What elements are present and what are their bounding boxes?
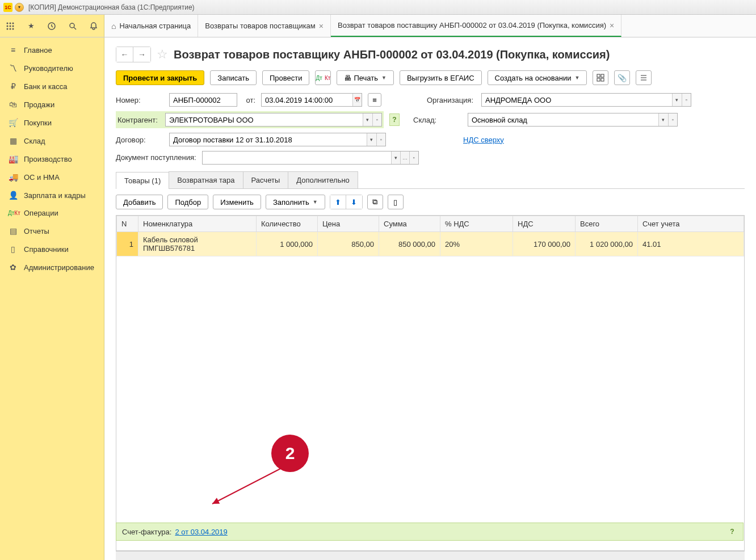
- horizontal-scrollbar[interactable]: [116, 551, 745, 560]
- org-field[interactable]: ▾▫: [481, 93, 691, 107]
- apps-icon[interactable]: [4, 20, 16, 32]
- contragent-field[interactable]: ▾▫: [165, 113, 382, 127]
- print-button[interactable]: 🖶Печать▼: [337, 70, 394, 85]
- date-input[interactable]: [262, 96, 352, 104]
- sidebar-item-bank[interactable]: ₽Банк и касса: [0, 77, 104, 95]
- egais-button[interactable]: Выгрузить в ЕГАИС: [400, 70, 482, 85]
- move-up-button[interactable]: ⬆: [330, 195, 346, 209]
- star-icon[interactable]: ★: [25, 20, 37, 32]
- nav-back-button[interactable]: ←: [116, 47, 133, 62]
- cell-acct[interactable]: 41.01: [638, 232, 744, 256]
- help-button[interactable]: ?: [727, 525, 737, 538]
- invoice-link[interactable]: 2 от 03.04.2019: [175, 528, 227, 536]
- ellipsis-icon[interactable]: …: [400, 151, 409, 164]
- move-down-button[interactable]: ⬇: [346, 195, 362, 209]
- fill-button[interactable]: Заполнить▼: [266, 195, 325, 209]
- col-nomen[interactable]: Номенклатура: [138, 216, 257, 232]
- dropdown-icon[interactable]: ▾: [658, 113, 667, 126]
- cell-n[interactable]: 1: [117, 232, 138, 256]
- cell-vat[interactable]: 170 000,00: [513, 232, 576, 256]
- sidebar-item-hr[interactable]: 👤Зарплата и кадры: [0, 186, 104, 204]
- sidebar-item-manager[interactable]: 〽Руководителю: [0, 59, 104, 77]
- tab-list[interactable]: Возвраты товаров поставщикам ×: [198, 15, 331, 37]
- col-sum[interactable]: Сумма: [379, 216, 440, 232]
- sidebar-item-catalogs[interactable]: ▯Справочники: [0, 240, 104, 258]
- docpost-input[interactable]: [203, 154, 392, 162]
- calendar-icon[interactable]: 📅: [352, 94, 362, 106]
- open-icon[interactable]: ▫: [668, 113, 677, 126]
- dropdown-icon[interactable]: ▾: [363, 113, 372, 126]
- more-button[interactable]: [636, 70, 652, 85]
- copy-button[interactable]: ⧉: [367, 195, 383, 209]
- open-icon[interactable]: ▫: [376, 133, 385, 146]
- close-icon[interactable]: ×: [319, 22, 324, 31]
- edit-button[interactable]: Изменить: [213, 195, 261, 209]
- sidebar-item-purchases[interactable]: 🛒Покупки: [0, 113, 104, 132]
- pick-button[interactable]: Подбор: [167, 195, 208, 209]
- open-icon[interactable]: ▫: [372, 113, 381, 126]
- cell-price[interactable]: 850,00: [318, 232, 379, 256]
- col-price[interactable]: Цена: [318, 216, 379, 232]
- post-and-close-button[interactable]: Провести и закрыть: [116, 70, 204, 85]
- tab-goods[interactable]: Товары (1): [116, 172, 169, 189]
- sidebar-item-warehouse[interactable]: ▦Склад: [0, 132, 104, 150]
- dropdown-icon[interactable]: ▾: [367, 133, 376, 146]
- cell-nomen[interactable]: Кабель силовой ПМГШВ576781: [138, 232, 257, 256]
- app-menu-button[interactable]: ▾: [15, 3, 24, 12]
- save-button[interactable]: Записать: [210, 70, 257, 85]
- tab-extra[interactable]: Дополнительно: [288, 171, 358, 188]
- bell-icon[interactable]: [87, 20, 100, 32]
- nav-forward-button[interactable]: →: [133, 47, 150, 62]
- dogovor-input[interactable]: [170, 136, 367, 144]
- nds-link[interactable]: НДС сверху: [463, 136, 504, 144]
- sidebar-item-assets[interactable]: 🚚ОС и НМА: [0, 168, 104, 186]
- open-icon[interactable]: ▫: [409, 151, 418, 164]
- sklad-input[interactable]: [468, 116, 658, 124]
- dropdown-icon[interactable]: ▾: [391, 151, 400, 164]
- attach-button[interactable]: 📎: [614, 70, 630, 85]
- number-field[interactable]: [169, 93, 237, 107]
- docpost-field[interactable]: ▾…▫: [202, 151, 419, 165]
- cell-qty[interactable]: 1 000,000: [257, 232, 318, 256]
- col-vat[interactable]: НДС: [513, 216, 576, 232]
- create-based-button[interactable]: Создать на основании▼: [488, 70, 587, 85]
- tab-calc[interactable]: Расчеты: [243, 171, 289, 188]
- col-vatp[interactable]: % НДС: [440, 216, 513, 232]
- dropdown-icon[interactable]: ▾: [672, 94, 681, 106]
- post-button[interactable]: Провести: [262, 70, 310, 85]
- col-n[interactable]: N: [117, 216, 138, 232]
- history-icon[interactable]: [45, 20, 58, 32]
- favorite-icon[interactable]: ☆: [157, 47, 168, 62]
- number-input[interactable]: [170, 96, 237, 104]
- sidebar-item-reports[interactable]: ▤Отчеты: [0, 222, 104, 240]
- cell-vatp[interactable]: 20%: [440, 232, 513, 256]
- open-icon[interactable]: ▫: [682, 94, 691, 106]
- search-icon[interactable]: [66, 20, 79, 32]
- close-icon[interactable]: ×: [610, 21, 614, 30]
- date-field[interactable]: 📅: [261, 93, 362, 107]
- col-total[interactable]: Всего: [576, 216, 638, 232]
- col-acct[interactable]: Счет учета: [638, 216, 744, 232]
- sklad-field[interactable]: ▾▫: [468, 113, 678, 127]
- sidebar-item-operations[interactable]: ДтКтОперации: [0, 204, 104, 222]
- contragent-input[interactable]: [166, 116, 363, 124]
- date-extra-button[interactable]: ≡: [368, 93, 381, 107]
- cell-total[interactable]: 1 020 000,00: [576, 232, 638, 256]
- structure-button[interactable]: [593, 70, 608, 85]
- org-input[interactable]: [482, 96, 672, 104]
- help-button[interactable]: ?: [389, 113, 400, 126]
- sidebar-item-sales[interactable]: 🛍Продажи: [0, 95, 104, 113]
- tab-tara[interactable]: Возвратная тара: [169, 171, 243, 188]
- tab-home[interactable]: ⌂ Начальная страница: [104, 15, 198, 37]
- dogovor-field[interactable]: ▾▫: [169, 133, 386, 146]
- tab-document[interactable]: Возврат товаров поставщику АНБП-000002 о…: [331, 15, 621, 37]
- sidebar-item-main[interactable]: ≡Главное: [0, 41, 104, 59]
- col-qty[interactable]: Количество: [257, 216, 318, 232]
- sidebar-item-admin[interactable]: ✿Администрирование: [0, 258, 104, 276]
- dtkt-button[interactable]: ДтКт: [315, 70, 331, 85]
- table-row[interactable]: 1 Кабель силовой ПМГШВ576781 1 000,000 8…: [117, 232, 744, 256]
- cell-sum[interactable]: 850 000,00: [379, 232, 440, 256]
- paste-button[interactable]: ▯: [388, 195, 404, 209]
- add-row-button[interactable]: Добавить: [116, 195, 163, 209]
- sidebar-item-production[interactable]: 🏭Производство: [0, 150, 104, 168]
